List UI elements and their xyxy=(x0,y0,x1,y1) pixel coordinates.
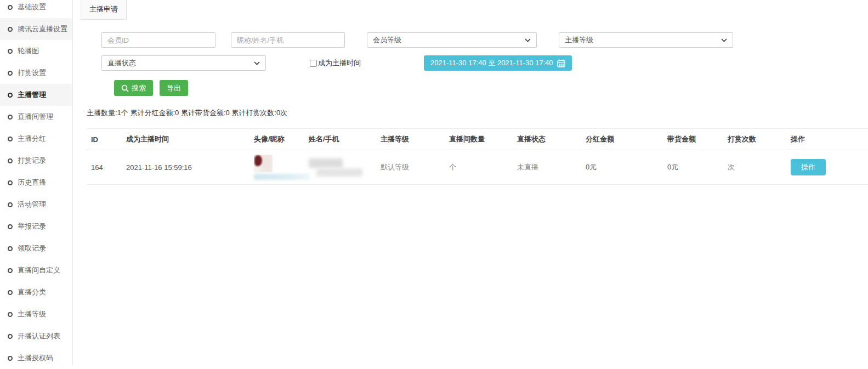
cell-dividend: 0元 xyxy=(581,150,663,185)
cell-avatar-nickname xyxy=(249,150,304,185)
date-range-button[interactable]: 2021-11-30 17:40 至 2021-11-30 17:40 xyxy=(424,55,572,71)
circle-bullet-icon xyxy=(8,268,13,273)
sidebar-item-reward-records[interactable]: 打赏记录 xyxy=(0,150,72,172)
checkbox-box-icon[interactable] xyxy=(310,60,317,67)
sidebar-item-label: 腾讯云直播设置 xyxy=(18,24,67,34)
sidebar-item-activity-management[interactable]: 活动管理 xyxy=(0,194,72,215)
col-header-id: ID xyxy=(87,129,122,150)
cell-action: 操作 xyxy=(786,150,868,185)
become-anchor-time-checkbox[interactable]: 成为主播时间 xyxy=(310,58,361,68)
filter-panel: 会员等级 主播等级 直播状态 成为主播时间 2021-11 xyxy=(101,32,868,96)
circle-bullet-icon xyxy=(8,93,13,98)
sidebar-item-label: 打赏设置 xyxy=(18,68,46,78)
app-root: 基础设置 腾讯云直播设置 轮播图 打赏设置 主播管理 直播间管理 主播分红 打 xyxy=(0,0,868,369)
row-action-button[interactable]: 操作 xyxy=(791,159,826,175)
sidebar-item-live-history[interactable]: 历史直播 xyxy=(0,172,72,194)
become-anchor-time-label: 成为主播时间 xyxy=(318,58,361,68)
cell-reward-count: 次 xyxy=(723,150,786,185)
summary-stats: 主播数量:1个 累计分红金额:0 累计带货金额:0 累计打赏次数:0次 xyxy=(87,108,868,118)
cell-name-phone xyxy=(304,150,376,185)
sidebar-item-claim-records[interactable]: 领取记录 xyxy=(0,237,72,259)
circle-bullet-icon xyxy=(8,5,13,10)
search-icon xyxy=(121,84,129,92)
chevron-down-icon xyxy=(525,38,531,42)
sidebar-item-anchor-dividend[interactable]: 主播分红 xyxy=(0,128,72,150)
col-header-dividend: 分红金额 xyxy=(581,129,663,150)
col-header-become-time: 成为主播时间 xyxy=(122,129,249,150)
cell-id: 164 xyxy=(87,150,122,185)
sidebar-item-carousel[interactable]: 轮播图 xyxy=(0,40,72,62)
export-button[interactable]: 导出 xyxy=(160,80,188,96)
action-button-row: 搜索 导出 xyxy=(114,80,868,96)
live-status-select[interactable]: 直播状态 xyxy=(101,55,266,71)
col-header-goods-amount: 带货金额 xyxy=(663,129,723,150)
circle-bullet-icon xyxy=(8,356,13,361)
sidebar-item-anchor-management[interactable]: 主播管理 xyxy=(0,84,72,106)
sidebar-item-label: 活动管理 xyxy=(18,200,46,209)
sidebar-item-label: 直播间管理 xyxy=(18,112,53,122)
sidebar-item-label: 基础设置 xyxy=(18,2,46,12)
main-content: 主播申请 会员等级 主播等级 直播状态 xyxy=(73,0,868,369)
circle-bullet-icon xyxy=(8,158,13,163)
col-header-room-count: 直播间数量 xyxy=(445,129,513,150)
anchor-table: ID 成为主播时间 头像/昵称 姓名/手机 主播等级 直播间数量 直播状态 分红… xyxy=(87,128,868,185)
circle-bullet-icon xyxy=(8,224,13,229)
search-button[interactable]: 搜索 xyxy=(114,80,153,96)
sidebar-item-reward-settings[interactable]: 打赏设置 xyxy=(0,62,72,84)
table-row: 164 2021-11-16 15:59:16 默认等级 个 xyxy=(87,150,868,185)
circle-bullet-icon xyxy=(8,334,13,339)
circle-bullet-icon xyxy=(8,137,13,141)
tab-anchor-apply[interactable]: 主播申请 xyxy=(81,0,127,20)
calendar-icon xyxy=(557,59,565,67)
sidebar-item-anchor-level[interactable]: 主播等级 xyxy=(0,303,72,325)
sidebar-item-liveroom-custom[interactable]: 直播间自定义 xyxy=(0,259,72,281)
nickname-redacted xyxy=(254,174,310,180)
circle-bullet-icon xyxy=(8,180,13,185)
anchor-level-select[interactable]: 主播等级 xyxy=(559,32,733,48)
live-status-select-value: 直播状态 xyxy=(107,58,136,68)
member-level-select[interactable]: 会员等级 xyxy=(367,32,537,48)
anchor-level-select-value: 主播等级 xyxy=(565,35,593,45)
col-header-name-phone: 姓名/手机 xyxy=(304,129,376,150)
sidebar-item-basic-settings[interactable]: 基础设置 xyxy=(0,0,72,18)
sidebar-item-label: 轮播图 xyxy=(18,46,39,56)
avatar xyxy=(254,155,273,172)
filter-row-1: 会员等级 主播等级 xyxy=(101,32,868,48)
col-header-anchor-level: 主播等级 xyxy=(376,129,445,150)
cell-live-status: 未直播 xyxy=(513,150,581,185)
sidebar-item-broadcast-cert-list[interactable]: 开播认证列表 xyxy=(0,325,72,347)
circle-bullet-icon xyxy=(8,312,13,317)
phone-redacted xyxy=(316,168,362,177)
sidebar-item-tencent-live-settings[interactable]: 腾讯云直播设置 xyxy=(0,18,72,40)
col-header-live-status: 直播状态 xyxy=(513,129,581,150)
cell-room-count: 个 xyxy=(445,150,513,185)
sidebar-item-anchor-auth-code[interactable]: 主播授权码 xyxy=(0,347,72,369)
filter-row-2: 直播状态 成为主播时间 2021-11-30 17:40 至 2021-11-3… xyxy=(101,55,868,71)
sidebar: 基础设置 腾讯云直播设置 轮播图 打赏设置 主播管理 直播间管理 主播分红 打 xyxy=(0,0,73,365)
chevron-down-icon xyxy=(721,38,727,42)
nickname-name-phone-input[interactable] xyxy=(231,32,345,48)
chevron-down-icon xyxy=(254,61,260,65)
member-id-input[interactable] xyxy=(101,32,215,48)
col-header-action: 操作 xyxy=(786,129,868,150)
circle-bullet-icon xyxy=(8,49,13,54)
sidebar-item-live-category[interactable]: 直播分类 xyxy=(0,281,72,303)
sidebar-item-label: 历史直播 xyxy=(18,178,46,188)
cell-become-time: 2021-11-16 15:59:16 xyxy=(122,150,249,185)
sidebar-item-report-records[interactable]: 举报记录 xyxy=(0,215,72,237)
sidebar-item-label: 主播授权码 xyxy=(18,353,53,363)
avatar-blur-overlay xyxy=(260,155,273,172)
sidebar-item-liveroom-management[interactable]: 直播间管理 xyxy=(0,106,72,128)
sidebar-item-label: 直播间自定义 xyxy=(18,265,60,275)
circle-bullet-icon xyxy=(8,290,13,295)
sidebar-item-label: 举报记录 xyxy=(18,222,46,231)
name-redacted xyxy=(309,158,343,168)
table-header-row: ID 成为主播时间 头像/昵称 姓名/手机 主播等级 直播间数量 直播状态 分红… xyxy=(87,129,868,150)
circle-bullet-icon xyxy=(8,115,13,120)
circle-bullet-icon xyxy=(8,27,13,32)
date-range-text: 2021-11-30 17:40 至 2021-11-30 17:40 xyxy=(430,58,553,68)
sidebar-item-label: 主播等级 xyxy=(18,309,46,319)
sidebar-item-label: 打赏记录 xyxy=(18,156,46,166)
sidebar-item-label: 主播分红 xyxy=(18,134,46,144)
circle-bullet-icon xyxy=(8,71,13,76)
